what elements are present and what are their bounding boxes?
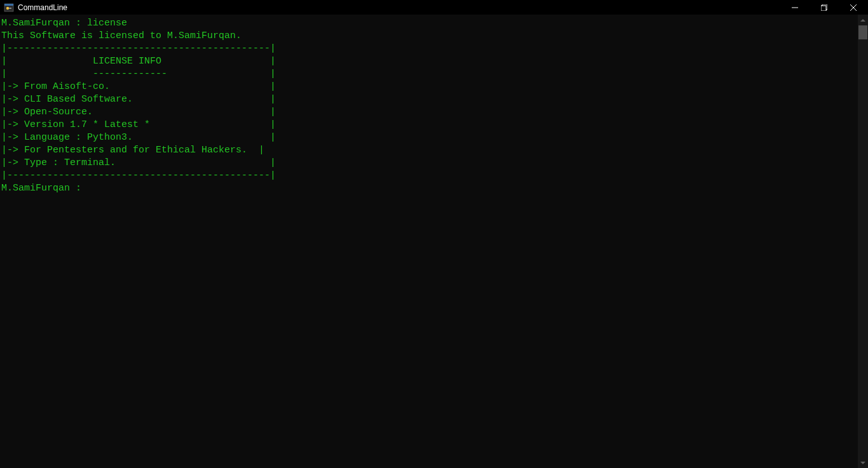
svg-marker-11 xyxy=(860,462,865,464)
scroll-down-button[interactable] xyxy=(858,457,868,468)
svg-point-2 xyxy=(6,6,9,9)
scroll-up-button[interactable] xyxy=(858,15,868,25)
close-button[interactable] xyxy=(839,0,868,15)
terminal-content[interactable]: M.SamiFurqan : license This Software is … xyxy=(0,15,858,468)
scroll-thumb[interactable] xyxy=(858,25,867,39)
scrollbar[interactable] xyxy=(858,15,868,468)
terminal-line: |---------------------------------------… xyxy=(1,170,858,182)
terminal-prompt: M.SamiFurqan : xyxy=(1,182,858,195)
terminal-line: |-> Version 1.7 * Latest * | xyxy=(1,119,858,131)
terminal-line: |-> Language : Python3. | xyxy=(1,131,858,144)
terminal-line: | LICENSE INFO | xyxy=(1,55,858,68)
terminal-line: |-> From Aisoft-co. | xyxy=(1,81,858,93)
terminal-line: |-> Type : Terminal. | xyxy=(1,157,858,170)
terminal-line: | ------------- | xyxy=(1,68,858,81)
maximize-button[interactable] xyxy=(810,0,839,15)
terminal-line: |-> Open-Source. | xyxy=(1,106,858,119)
window-titlebar: CommandLine xyxy=(0,0,868,15)
window-title: CommandLine xyxy=(18,3,67,12)
app-icon xyxy=(4,3,14,13)
minimize-button[interactable] xyxy=(780,0,810,15)
terminal-line: |-> For Pentesters and for Ethical Hacke… xyxy=(1,144,858,157)
svg-rect-3 xyxy=(9,8,11,9)
titlebar-left: CommandLine xyxy=(4,3,67,13)
svg-marker-10 xyxy=(860,19,865,22)
window-controls xyxy=(780,0,868,15)
terminal-line: |-> CLI Based Software. | xyxy=(1,93,858,106)
terminal-line: This Software is licensed to M.SamiFurqa… xyxy=(1,30,858,43)
terminal-line: M.SamiFurqan : license xyxy=(1,17,858,30)
svg-rect-1 xyxy=(4,4,13,6)
svg-rect-7 xyxy=(821,6,826,11)
terminal-line: |---------------------------------------… xyxy=(1,43,858,55)
terminal-area: M.SamiFurqan : license This Software is … xyxy=(0,15,868,468)
